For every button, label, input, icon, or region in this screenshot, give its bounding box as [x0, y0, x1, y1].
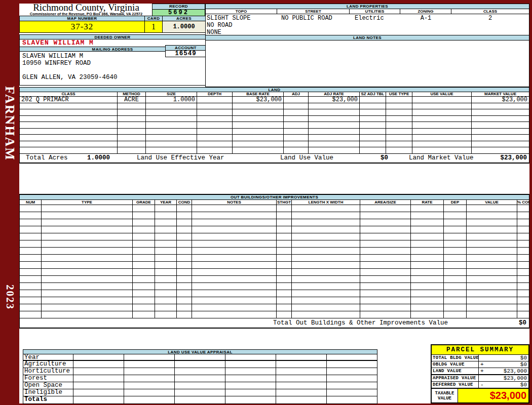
empty-cell — [73, 375, 124, 382]
empty-cell — [517, 219, 529, 226]
empty-cell — [20, 240, 42, 248]
empty-cell — [517, 205, 529, 212]
value-amount: $23,000 — [504, 368, 527, 374]
empty-cell — [360, 311, 411, 318]
empty-cell — [42, 276, 133, 283]
land-cell: 1.0000 — [146, 97, 197, 103]
empty-cell — [155, 262, 177, 269]
empty-cell — [146, 135, 197, 141]
empty-cell — [146, 129, 197, 135]
value-amount: $0 — [520, 382, 527, 388]
out-buildings-row — [20, 226, 529, 233]
empty-cell — [292, 219, 360, 226]
empty-cell — [118, 109, 146, 116]
out-buildings-row — [20, 290, 529, 297]
empty-cell — [42, 290, 133, 297]
empty-cell — [467, 205, 517, 212]
empty-cell — [517, 255, 529, 262]
empty-cell — [284, 147, 309, 154]
empty-cell — [233, 135, 284, 141]
landprops-value-cell: SLIGHT SLOPENO ROADNONE — [206, 14, 277, 36]
empty-cell — [177, 240, 192, 248]
empty-cell — [309, 122, 360, 129]
empty-cell — [233, 103, 284, 110]
empty-cell — [192, 226, 277, 233]
empty-cell — [225, 361, 276, 368]
empty-cell — [124, 368, 175, 375]
empty-cell — [177, 255, 192, 262]
empty-cell — [277, 212, 292, 219]
county-title: Richmond County, Virginia — [20, 4, 152, 12]
empty-cell — [20, 141, 118, 148]
empty-cell — [412, 135, 472, 141]
land-use-row-label: Horticulture — [23, 368, 73, 375]
record-card-page: Richmond County, Virginia Commissioner o… — [19, 4, 529, 403]
empty-cell — [472, 147, 529, 154]
acres-value: 1.0000 — [163, 21, 205, 33]
record-number: 5692 — [153, 10, 205, 16]
empty-cell — [192, 240, 277, 248]
empty-cell — [233, 116, 284, 123]
empty-cell — [146, 141, 197, 148]
empty-cell — [292, 276, 360, 283]
empty-cell — [20, 135, 118, 141]
property-record-card: { "header": { "county": "Richmond County… — [0, 0, 532, 405]
outbuilding-col-header: STHGT — [277, 200, 292, 205]
empty-cell — [276, 389, 327, 396]
map-number-box: MAP NUMBER 37-32 — [19, 16, 144, 33]
empty-cell — [233, 147, 284, 154]
outbuilding-col-header: NUM — [20, 200, 42, 205]
empty-cell — [42, 269, 133, 276]
empty-cell — [412, 116, 472, 123]
empty-cell — [276, 375, 327, 382]
land-notes-section: LAND NOTES — [205, 35, 529, 87]
empty-cell — [20, 129, 118, 135]
empty-cell — [467, 219, 517, 226]
land-use-appraisal-row: Year — [23, 354, 377, 361]
topo-line-1: SLIGHT SLOPE — [207, 15, 277, 22]
empty-cell — [177, 269, 192, 276]
empty-cell — [411, 269, 444, 276]
land-table-row — [20, 122, 529, 129]
empty-cell — [42, 219, 133, 226]
empty-cell — [192, 262, 277, 269]
empty-cell — [277, 233, 292, 240]
empty-cell — [177, 219, 192, 226]
empty-cell — [360, 269, 411, 276]
empty-cell — [517, 233, 529, 240]
empty-cell — [309, 109, 360, 116]
empty-cell — [360, 290, 411, 297]
empty-cell — [360, 129, 386, 135]
empty-cell — [411, 248, 444, 255]
empty-cell — [411, 297, 444, 304]
empty-cell — [292, 311, 360, 318]
empty-cell — [411, 290, 444, 297]
land-use-appraisal-row: Ineligible — [23, 389, 377, 396]
empty-cell — [146, 103, 197, 110]
out-buildings-row — [20, 219, 529, 226]
out-buildings-row — [20, 283, 529, 290]
empty-cell — [133, 205, 155, 212]
empty-cell — [517, 262, 529, 269]
empty-cell — [444, 262, 467, 269]
empty-cell — [411, 219, 444, 226]
empty-cell — [42, 248, 133, 255]
empty-cell — [155, 240, 177, 248]
empty-cell — [133, 290, 155, 297]
empty-cell — [360, 147, 386, 154]
empty-cell — [277, 304, 292, 311]
empty-cell — [155, 219, 177, 226]
empty-cell — [327, 389, 377, 396]
empty-cell — [467, 290, 517, 297]
empty-cell — [155, 212, 177, 219]
parcel-summary-row-value: +$0 — [479, 361, 528, 368]
empty-cell — [42, 226, 133, 233]
taxable-value-label: TAXABLE VALUE — [432, 389, 458, 402]
empty-cell — [118, 141, 146, 148]
tax-year-sidebar-label: 2023 — [0, 279, 19, 315]
mailing-address: SLAVEN WILLIAM M 10950 WINFREY ROAD GLEN… — [19, 52, 206, 86]
outbuilding-col-header: NOTES — [192, 200, 277, 205]
out-buildings-total-value: $0 — [519, 318, 526, 328]
empty-cell — [118, 122, 146, 129]
empty-cell — [517, 311, 529, 318]
